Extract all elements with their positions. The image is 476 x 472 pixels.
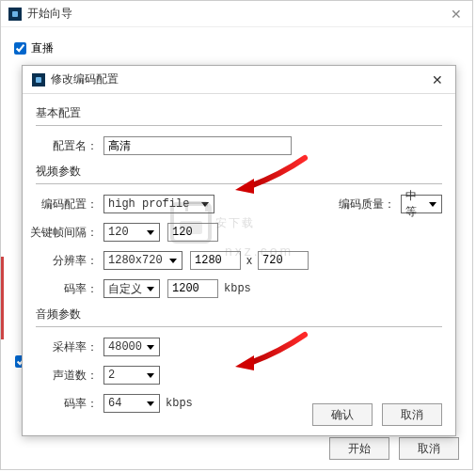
app-icon: [8, 8, 22, 21]
start-button[interactable]: 开始: [329, 437, 389, 460]
dialog-body: 基本配置 配置名： 视频参数 编码配置： high profile 编码质量： …: [23, 94, 455, 431]
wizard-close-icon[interactable]: ✕: [448, 7, 465, 22]
dialog-titlebar: 修改编码配置 ✕: [23, 66, 455, 94]
audio-bitrate-dropdown[interactable]: 64: [103, 394, 160, 413]
dialog-title: 修改编码配置: [51, 71, 429, 87]
sample-rate-dropdown[interactable]: 48000: [103, 338, 160, 356]
encode-quality-label: 编码质量：: [339, 197, 395, 212]
wizard-footer: 开始 取消: [329, 437, 459, 460]
config-name-input[interactable]: [103, 136, 292, 155]
keyframe-dropdown[interactable]: 120: [103, 223, 160, 242]
keyframe-input[interactable]: [167, 223, 218, 242]
resolution-height-input[interactable]: [258, 251, 309, 270]
wizard-cancel-button[interactable]: 取消: [399, 437, 459, 460]
divider: [36, 125, 442, 126]
dialog-footer: 确认 取消: [312, 403, 442, 426]
dialog-icon: [32, 73, 45, 87]
encode-profile-dropdown[interactable]: high profile: [103, 195, 214, 213]
video-bitrate-unit: kbps: [224, 282, 251, 295]
ok-button[interactable]: 确认: [312, 403, 373, 426]
left-accent: [1, 257, 4, 339]
resolution-width-input[interactable]: [190, 251, 241, 270]
resolution-dropdown[interactable]: 1280x720: [103, 251, 182, 270]
video-group-title: 视频参数: [36, 164, 442, 180]
encode-config-dialog: 修改编码配置 ✕ 基本配置 配置名： 视频参数 编码配置： high profi…: [22, 65, 456, 436]
basic-group-title: 基本配置: [36, 105, 442, 121]
keyframe-label: 关键帧间隔：: [24, 225, 98, 241]
bitrate-mode-dropdown[interactable]: 自定义: [103, 279, 160, 298]
wizard-title: 开始向导: [27, 6, 448, 22]
wizard-titlebar: 开始向导 ✕: [1, 1, 472, 27]
channels-label: 声道数：: [36, 368, 98, 384]
live-label: 直播: [31, 40, 54, 56]
encode-profile-label: 编码配置：: [36, 197, 98, 212]
video-bitrate-label: 码率：: [36, 281, 98, 297]
config-name-label: 配置名：: [36, 138, 98, 154]
live-checkbox[interactable]: [14, 42, 26, 55]
wizard-window: 开始向导 ✕ 直播 开始 取消 修改编码配置 ✕ 基本配置 配置名： 视频: [0, 0, 473, 470]
audio-group-title: 音频参数: [36, 307, 442, 323]
encode-quality-dropdown[interactable]: 中等: [401, 195, 442, 213]
channels-dropdown[interactable]: 2: [103, 366, 160, 385]
audio-bitrate-unit: kbps: [166, 397, 193, 410]
dialog-cancel-button[interactable]: 取消: [382, 403, 442, 426]
sample-rate-label: 采样率：: [36, 339, 98, 355]
live-checkbox-row[interactable]: 直播: [14, 40, 459, 56]
resolution-x-sep: x: [246, 254, 252, 267]
divider: [36, 183, 442, 184]
resolution-label: 分辨率：: [36, 253, 98, 269]
dialog-close-icon[interactable]: ✕: [429, 72, 446, 87]
divider: [36, 326, 442, 327]
audio-bitrate-label: 码率：: [36, 396, 98, 412]
video-bitrate-input[interactable]: [167, 279, 218, 298]
